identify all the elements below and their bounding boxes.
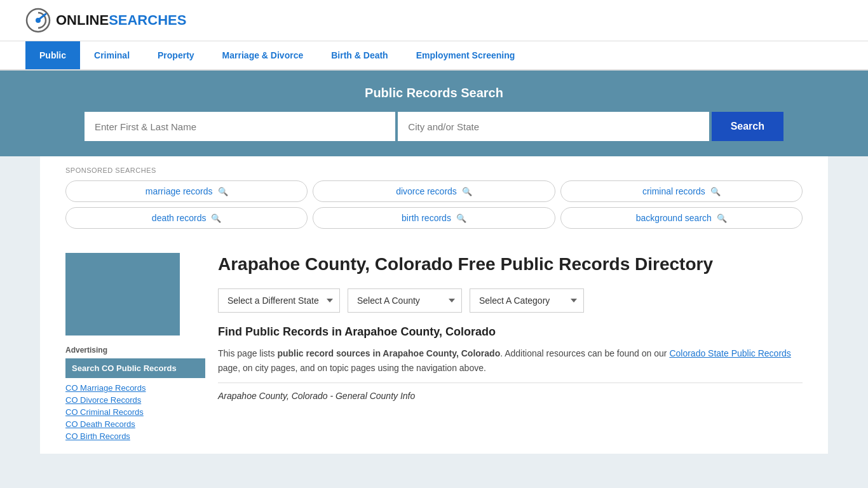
nav-item-property[interactable]: Property — [144, 41, 208, 69]
category-dropdown[interactable]: Select A Category — [470, 288, 584, 313]
page-title: Arapahoe County, Colorado Free Public Re… — [218, 253, 803, 276]
search-banner: Public Records Search Search — [0, 71, 868, 156]
name-input[interactable] — [85, 112, 395, 141]
section-divider — [218, 383, 803, 383]
sidebar-link-death[interactable]: CO Death Records — [65, 419, 205, 429]
sponsored-tag-label: marriage records — [146, 186, 213, 196]
location-input[interactable] — [398, 112, 709, 141]
find-desc-part3: page, on city pages, and on topic pages … — [218, 363, 486, 373]
state-dropdown[interactable]: Select a Different State — [218, 288, 340, 313]
sidebar-link-marriage[interactable]: CO Marriage Records — [65, 383, 205, 393]
logo-text: ONLINESEARCHES — [56, 12, 186, 29]
sidebar-links: CO Marriage Records CO Divorce Records C… — [65, 383, 205, 441]
body-layout: Advertising Search CO Public Records CO … — [53, 240, 815, 454]
sponsored-tag-label: birth records — [402, 213, 451, 223]
search-form: Search — [85, 112, 783, 141]
sponsored-tag-label: criminal records — [642, 186, 705, 196]
sponsored-label: SPONSORED SEARCHES — [65, 166, 803, 174]
sponsored-tag-label: background search — [636, 213, 712, 223]
nav-item-public[interactable]: Public — [25, 41, 80, 69]
search-icon: 🔍 — [211, 214, 221, 223]
sponsored-tag-birth[interactable]: birth records 🔍 — [313, 207, 555, 229]
logo-icon — [25, 8, 51, 33]
sponsored-tag-criminal[interactable]: criminal records 🔍 — [560, 180, 803, 202]
find-description: This page lists public record sources in… — [218, 346, 803, 375]
find-desc-bold: public record sources in Arapahoe County… — [277, 348, 500, 358]
sponsored-grid-row2: death records 🔍 birth records 🔍 backgrou… — [65, 207, 803, 229]
nav-item-marriage-divorce[interactable]: Marriage & Divorce — [208, 41, 318, 69]
sponsored-tag-background[interactable]: background search 🔍 — [560, 207, 803, 229]
nav-item-criminal[interactable]: Criminal — [80, 41, 144, 69]
sponsored-grid-row1: marriage records 🔍 divorce records 🔍 cri… — [65, 180, 803, 202]
sidebar-ad-highlight[interactable]: Search CO Public Records — [65, 358, 205, 378]
main-container: SPONSORED SEARCHES marriage records 🔍 di… — [40, 156, 828, 454]
search-icon: 🔍 — [218, 187, 228, 196]
nav-item-employment[interactable]: Employment Screening — [402, 41, 529, 69]
search-icon: 🔍 — [456, 214, 466, 223]
advertising-label: Advertising — [65, 346, 205, 355]
sponsored-tag-label: divorce records — [396, 186, 457, 196]
search-icon: 🔍 — [710, 187, 721, 196]
dropdown-row: Select a Different State Select A County… — [218, 288, 803, 313]
find-desc-part2: . Additional resources can be found on o… — [500, 348, 669, 358]
sidebar-link-divorce[interactable]: CO Divorce Records — [65, 395, 205, 405]
sponsored-tag-death[interactable]: death records 🔍 — [65, 207, 308, 229]
general-info: Arapahoe County, Colorado - General Coun… — [218, 391, 803, 401]
content-area: Arapahoe County, Colorado Free Public Re… — [218, 253, 803, 441]
sponsored-tag-divorce[interactable]: divorce records 🔍 — [313, 180, 555, 202]
find-title: Find Public Records in Arapahoe County, … — [218, 325, 803, 339]
sponsored-tag-marriage[interactable]: marriage records 🔍 — [65, 180, 308, 202]
logo[interactable]: ONLINESEARCHES — [25, 8, 186, 33]
sidebar: Advertising Search CO Public Records CO … — [65, 253, 205, 441]
nav-bar: Public Criminal Property Marriage & Divo… — [0, 41, 868, 71]
nav-item-birth-death[interactable]: Birth & Death — [317, 41, 402, 69]
banner-title: Public Records Search — [25, 86, 843, 100]
find-desc-part1: This page lists — [218, 348, 277, 358]
search-icon: 🔍 — [462, 187, 472, 196]
find-state-link[interactable]: Colorado State Public Records — [669, 348, 790, 358]
site-header: ONLINESEARCHES — [0, 0, 868, 41]
sidebar-image — [65, 253, 180, 336]
search-button[interactable]: Search — [712, 112, 783, 141]
sidebar-link-birth[interactable]: CO Birth Records — [65, 431, 205, 441]
sponsored-section: SPONSORED SEARCHES marriage records 🔍 di… — [53, 156, 815, 240]
county-dropdown[interactable]: Select A County — [348, 288, 462, 313]
sponsored-tag-label: death records — [152, 213, 207, 223]
sidebar-link-criminal[interactable]: CO Criminal Records — [65, 407, 205, 417]
search-icon: 🔍 — [717, 214, 727, 223]
